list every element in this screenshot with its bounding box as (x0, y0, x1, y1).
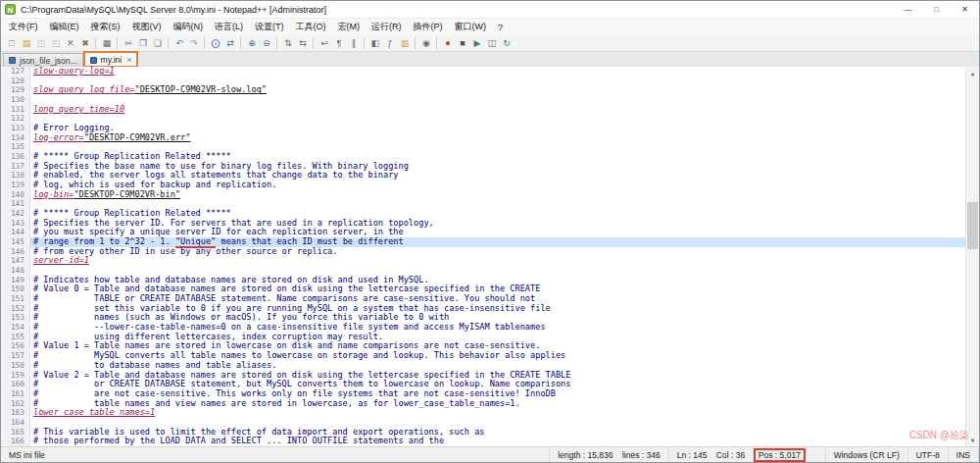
line-number[interactable]: 130 (1, 95, 30, 105)
line-number[interactable]: 146 (1, 247, 30, 257)
find-icon[interactable]: ⨀ (209, 36, 222, 50)
line-number[interactable]: 136 (1, 152, 30, 162)
zoom-out-icon[interactable]: ⊖ (260, 36, 273, 50)
line-number[interactable]: 141 (1, 199, 30, 209)
menu-item-run[interactable]: 运行(R) (366, 19, 408, 35)
line-number[interactable]: 131 (1, 105, 30, 115)
status-encoding[interactable]: UTF-8 (908, 447, 949, 462)
line-number[interactable]: 156 (1, 341, 30, 351)
line-number[interactable]: 166 (1, 437, 30, 446)
menu-item-settings[interactable]: 设置(T) (249, 19, 290, 35)
line-number[interactable]: 144 (1, 228, 30, 237)
paste-icon[interactable]: ❏ (151, 36, 165, 50)
open-folder-icon[interactable]: ▤ (20, 36, 33, 50)
save-icon[interactable]: ◫ (34, 36, 48, 50)
line-number[interactable]: 142 (1, 209, 30, 219)
tab-json-file-json[interactable]: json_file_json... (3, 53, 83, 67)
line-number[interactable]: 143 (1, 219, 30, 229)
zoom-in-icon[interactable]: ⊕ (245, 36, 259, 50)
scroll-up-arrow-icon[interactable]: ▲ (966, 67, 979, 79)
maximize-button[interactable]: □ (922, 1, 951, 18)
menu-item-window[interactable]: 窗口(W) (449, 19, 493, 35)
editor-area[interactable]: 127slow-query-log=1128129slow_query_log_… (1, 67, 979, 446)
menu-item-tools[interactable]: 工具(O) (290, 19, 332, 35)
line-number[interactable]: 129 (1, 85, 30, 95)
new-file-icon[interactable]: □ (5, 36, 19, 50)
sync-vertical-scroll-icon[interactable]: ⇅ (281, 36, 295, 50)
status-eol-format[interactable]: Windows (CR LF) (826, 447, 908, 462)
menu-item-edit[interactable]: 编辑(E) (44, 19, 85, 35)
redo-icon[interactable]: ↷ (187, 36, 201, 50)
line-number[interactable]: 135 (1, 142, 30, 152)
status-insert-mode[interactable]: INS (949, 447, 979, 462)
print-icon[interactable]: ▦ (100, 36, 114, 50)
run-macro-multiple-icon[interactable]: ↻ (500, 36, 514, 50)
code-line-140[interactable]: 140log-bin="DESKTOP-C9M02VR-bin" (1, 190, 965, 200)
line-number[interactable]: 165 (1, 428, 30, 437)
menu-item-help[interactable]: ? (492, 21, 509, 34)
menu-item-plugins[interactable]: 插件(P) (408, 19, 449, 35)
line-number[interactable]: 128 (1, 77, 30, 86)
line-number[interactable]: 148 (1, 266, 30, 276)
menu-item-view[interactable]: 视图(V) (126, 19, 168, 35)
code-line-127[interactable]: 127slow-query-log=1 (1, 67, 965, 77)
line-number[interactable]: 161 (1, 389, 30, 399)
line-number[interactable]: 134 (1, 133, 30, 143)
line-number[interactable]: 160 (1, 380, 30, 389)
code-line-147[interactable]: 147server-id=1 (1, 256, 965, 266)
line-number[interactable]: 159 (1, 371, 30, 381)
vertical-scrollbar[interactable]: ▲ ▼ (965, 67, 979, 446)
line-number[interactable]: 145 (1, 237, 30, 247)
scrollbar-thumb[interactable] (967, 202, 978, 249)
folder-as-workspace-icon[interactable]: ▥ (398, 36, 412, 50)
undo-icon[interactable]: ↶ (172, 36, 186, 50)
play-macro-icon[interactable]: ▶ (470, 36, 484, 50)
code-line-130[interactable]: 130 (1, 95, 965, 105)
indent-guide-icon[interactable]: ∥ (347, 36, 361, 50)
line-number[interactable]: 153 (1, 313, 30, 323)
line-number[interactable]: 154 (1, 323, 30, 333)
save-all-icon[interactable]: ◰ (49, 36, 63, 50)
record-macro-icon[interactable]: ● (441, 36, 455, 50)
line-number[interactable]: 150 (1, 284, 30, 294)
line-number[interactable]: 137 (1, 162, 30, 172)
menu-item-macro[interactable]: 宏(M) (332, 19, 367, 35)
function-list-icon[interactable]: ƒ (383, 36, 397, 50)
word-wrap-icon[interactable]: ↩ (318, 36, 331, 50)
code-line-146[interactable]: 146# from every other ID in use by any o… (1, 247, 965, 257)
line-number[interactable]: 138 (1, 171, 30, 180)
code-line-166[interactable]: 166# those performed by the LOAD DATA an… (1, 437, 965, 446)
line-number[interactable]: 164 (1, 418, 30, 428)
line-number[interactable]: 147 (1, 256, 30, 266)
tab-my-ini[interactable]: my.ini× (84, 52, 138, 67)
line-number[interactable]: 151 (1, 294, 30, 304)
line-number[interactable]: 155 (1, 333, 30, 342)
code-line-131[interactable]: 131long_query_time=10 (1, 105, 965, 115)
tab-close-icon[interactable]: × (126, 55, 131, 65)
monitoring-icon[interactable]: ◉ (419, 36, 433, 50)
line-number[interactable]: 133 (1, 124, 30, 133)
code-line-134[interactable]: 134log-error="DESKTOP-C9M02VR.err" (1, 133, 965, 143)
line-number[interactable]: 157 (1, 351, 30, 361)
menu-item-search[interactable]: 搜索(S) (85, 19, 126, 35)
line-number[interactable]: 140 (1, 190, 30, 200)
close-icon[interactable]: ✕ (64, 36, 77, 50)
sync-horizontal-scroll-icon[interactable]: ⇆ (296, 36, 310, 50)
menu-item-language[interactable]: 语言(L) (209, 19, 249, 35)
menu-item-file[interactable]: 文件(F) (3, 19, 44, 35)
code-line-129[interactable]: 129slow_query_log_file="DESKTOP-C9M02VR-… (1, 85, 965, 95)
line-number[interactable]: 132 (1, 114, 30, 124)
line-number[interactable]: 163 (1, 408, 30, 418)
minimize-button[interactable]: — (894, 1, 922, 18)
cut-icon[interactable]: ✂ (122, 36, 135, 50)
show-all-characters-icon[interactable]: ¶ (332, 36, 346, 50)
line-number[interactable]: 158 (1, 361, 30, 371)
save-macro-icon[interactable]: ◫ (485, 36, 499, 50)
line-number[interactable]: 127 (1, 67, 30, 77)
stop-macro-icon[interactable]: ■ (456, 36, 469, 50)
code-line-163[interactable]: 163lower_case_table_names=1 (1, 408, 965, 418)
copy-icon[interactable]: ❐ (136, 36, 150, 50)
replace-icon[interactable]: ⇄ (223, 36, 237, 50)
document-map-icon[interactable]: ◧ (368, 36, 382, 50)
line-number[interactable]: 162 (1, 399, 30, 409)
